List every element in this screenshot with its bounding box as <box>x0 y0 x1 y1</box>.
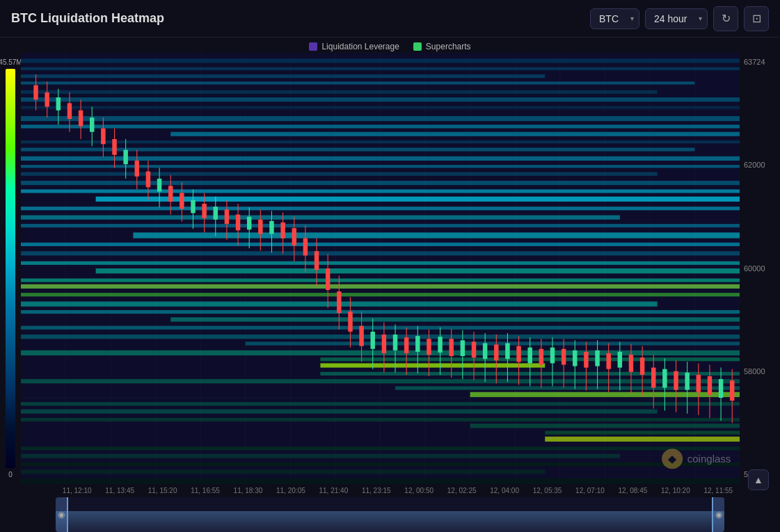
legend: Liquidation Leverage Supercharts <box>0 38 780 53</box>
svg-rect-72 <box>21 462 740 466</box>
thumb-right-icon: ◉ <box>715 510 722 519</box>
legend-item-liquidation: Liquidation Leverage <box>309 42 399 51</box>
x-label-3: 11, 16:55 <box>184 487 226 494</box>
svg-rect-178 <box>606 353 610 369</box>
svg-rect-23 <box>21 67 740 70</box>
svg-rect-29 <box>21 116 740 121</box>
x-label-12: 12, 07:10 <box>568 487 611 494</box>
scale-label-top: 45.57M <box>0 58 22 66</box>
svg-rect-50 <box>21 293 740 296</box>
svg-rect-122 <box>292 228 296 245</box>
x-label-5: 11, 20:05 <box>269 487 312 494</box>
svg-rect-31 <box>170 132 740 136</box>
svg-rect-34 <box>21 156 740 161</box>
controls: BTC ETH SOL XRP ▾ 12 hour 24 hour 3 day … <box>590 6 769 31</box>
chart-area: 45.57M 0 <box>0 53 780 484</box>
chart-container[interactable]: ◆ coinglass <box>21 53 740 484</box>
svg-rect-35 <box>21 165 740 168</box>
scroll-up-button[interactable]: ▲ <box>748 469 769 490</box>
svg-rect-128 <box>326 268 330 290</box>
svg-rect-52 <box>21 310 740 314</box>
svg-rect-116 <box>258 220 262 234</box>
svg-rect-94 <box>135 161 139 177</box>
svg-rect-100 <box>168 186 173 202</box>
x-label-8: 12, 00:50 <box>398 487 440 494</box>
svg-rect-106 <box>202 204 206 218</box>
heatmap-chart[interactable]: ◆ coinglass <box>21 53 740 484</box>
header: BTC Liquidation Heatmap BTC ETH SOL XRP … <box>0 0 780 38</box>
svg-rect-32 <box>21 140 740 143</box>
svg-rect-108 <box>214 207 218 220</box>
svg-rect-92 <box>123 150 127 165</box>
svg-rect-102 <box>180 193 184 209</box>
svg-rect-42 <box>21 224 740 227</box>
svg-rect-132 <box>348 312 352 332</box>
svg-rect-166 <box>539 349 543 365</box>
screenshot-button[interactable]: ⊡ <box>744 6 769 31</box>
page-title: BTC Liquidation Heatmap <box>11 11 590 26</box>
svg-rect-80 <box>56 97 61 111</box>
svg-rect-86 <box>90 118 94 132</box>
svg-rect-28 <box>21 106 740 108</box>
svg-rect-59 <box>320 363 545 367</box>
svg-rect-112 <box>236 215 240 231</box>
svg-rect-144 <box>415 336 420 352</box>
svg-rect-78 <box>45 92 49 107</box>
svg-rect-168 <box>550 348 555 364</box>
svg-rect-30 <box>21 124 740 128</box>
scroll-thumb-left[interactable]: ◉ <box>56 497 68 532</box>
svg-rect-198 <box>719 379 723 398</box>
svg-rect-118 <box>269 221 273 234</box>
legend-label-liquidation: Liquidation Leverage <box>321 42 399 51</box>
legend-dot-supercharts <box>413 42 422 51</box>
svg-rect-37 <box>21 181 740 185</box>
svg-rect-74 <box>21 478 740 484</box>
svg-rect-27 <box>21 97 740 102</box>
time-selector[interactable]: 12 hour 24 hour 3 day 7 day 30 day <box>645 8 708 29</box>
svg-rect-180 <box>618 352 622 368</box>
svg-rect-56 <box>246 341 740 345</box>
svg-rect-41 <box>21 216 620 220</box>
chevron-up-icon: ▲ <box>754 474 763 485</box>
svg-rect-186 <box>651 368 655 388</box>
svg-rect-44 <box>21 243 740 246</box>
svg-rect-190 <box>674 371 678 390</box>
asset-selector[interactable]: BTC ETH SOL XRP <box>590 8 639 29</box>
svg-rect-140 <box>393 334 397 350</box>
svg-rect-176 <box>595 350 599 366</box>
svg-rect-66 <box>21 418 740 421</box>
svg-rect-192 <box>685 373 689 390</box>
svg-text:◆: ◆ <box>667 453 677 465</box>
x-label-9: 12, 02:25 <box>440 487 483 494</box>
svg-rect-184 <box>640 357 644 375</box>
svg-rect-63 <box>470 392 740 397</box>
svg-rect-138 <box>382 334 386 353</box>
svg-rect-156 <box>483 343 487 359</box>
svg-rect-82 <box>67 103 72 119</box>
svg-rect-55 <box>21 334 740 339</box>
svg-rect-152 <box>461 340 465 356</box>
svg-rect-71 <box>21 454 620 458</box>
svg-rect-36 <box>21 172 658 176</box>
svg-rect-65 <box>21 410 658 414</box>
svg-rect-53 <box>170 317 740 321</box>
refresh-button[interactable]: ↻ <box>713 6 738 31</box>
x-label-6: 11, 21:40 <box>312 487 355 494</box>
x-label-15: 12, 11:55 <box>697 487 740 494</box>
svg-rect-154 <box>472 341 476 357</box>
svg-rect-98 <box>157 179 161 192</box>
thumb-left-icon: ◉ <box>58 510 65 519</box>
color-scale-bar <box>6 69 15 468</box>
scroll-thumb-right[interactable]: ◉ <box>712 497 724 532</box>
svg-rect-49 <box>21 284 740 289</box>
svg-rect-174 <box>584 352 588 368</box>
mini-chart[interactable]: ◉ ◉ <box>56 497 724 532</box>
svg-rect-24 <box>21 74 545 78</box>
svg-rect-110 <box>225 209 229 224</box>
svg-rect-90 <box>112 139 116 155</box>
svg-rect-182 <box>629 355 633 372</box>
svg-rect-130 <box>337 291 341 313</box>
asset-selector-wrapper: BTC ETH SOL XRP ▾ <box>590 8 639 29</box>
svg-rect-148 <box>438 337 442 353</box>
svg-rect-22 <box>21 58 740 63</box>
